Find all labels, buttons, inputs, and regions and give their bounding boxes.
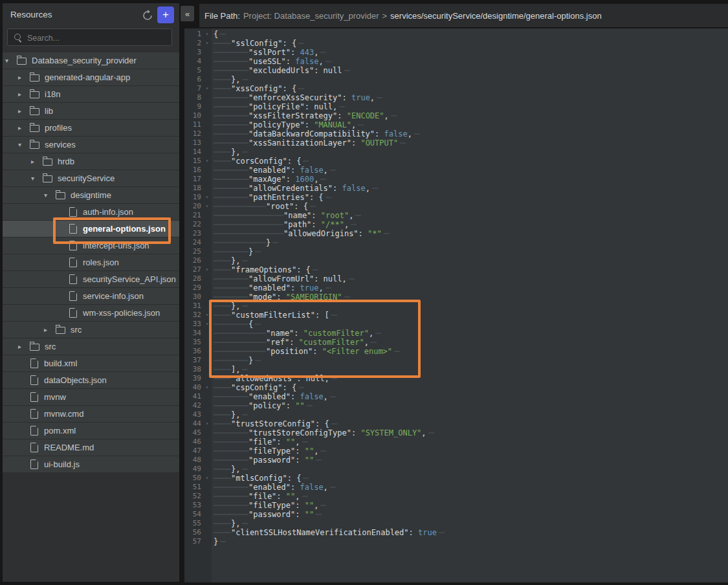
tree-item-dataobjects-json[interactable]: dataObjects.json [3,372,179,389]
line-end-marker [372,184,378,193]
line-number: 15 [184,157,203,166]
line-end-marker [320,447,326,456]
fold-spacer [203,392,212,401]
tree-item-securityservice[interactable]: ▾securityService [3,170,179,187]
indent-guide [214,410,231,419]
folder-icon [30,142,39,149]
fold-arrow-icon[interactable]: ▾ [203,202,212,211]
chevron-down-icon[interactable]: ▾ [18,141,30,148]
tree-item-hrdb[interactable]: ▸hrdb [3,153,179,170]
tree-item-wm-xss-policies-json[interactable]: wm-xss-policies.json [3,305,179,322]
line-end-marker [344,66,350,75]
tree-item-services[interactable]: ▾services [3,137,179,153]
tree-item-generated-angular-app[interactable]: ▸generated-angular-app [3,69,179,86]
indent-guide [214,202,266,211]
indent-guide [214,157,231,166]
indent-guide [214,166,248,175]
line-end-marker [344,292,350,302]
chevron-right-icon[interactable]: ▸ [18,124,30,131]
indent-guide [214,465,231,474]
fold-spacer [203,175,212,184]
fold-spacer [203,66,212,75]
chevron-down-icon[interactable]: ▾ [5,57,17,64]
fold-arrow-icon[interactable]: ▾ [203,320,212,329]
chevron-right-icon[interactable]: ▸ [31,158,43,165]
refresh-button[interactable] [141,9,154,22]
chevron-right-icon[interactable]: ▸ [44,326,56,333]
chevron-right-icon[interactable]: ▸ [18,74,30,81]
fold-arrow-icon[interactable]: ▾ [203,30,212,39]
tree-item-lib[interactable]: ▸lib [3,103,179,120]
tree-item-auth-info-json[interactable]: auth-info.json [3,204,179,221]
add-button[interactable]: + [157,6,174,23]
tree-item-ui-build-js[interactable]: ui-build.js [3,456,179,473]
line-end-marker [272,238,278,247]
tree-item-readme-md[interactable]: README.md [3,439,179,456]
line-number: 43 [184,410,203,419]
tree-item-i18n[interactable]: ▸i18n [3,86,179,103]
code-editor[interactable]: 1▾{2▾"sslConfig": {3"sslPort": 443,4"use… [184,30,728,546]
fold-spacer [203,148,212,157]
indent-guide [214,356,248,365]
code-line: 50▾"mtlsConfig": { [184,474,728,483]
code-line: 51"enabled": false, [184,483,728,492]
tree-item-src[interactable]: ▸src [3,338,179,355]
code-line: 18"allowCredentials": false, [184,184,728,193]
tree-item-securityservice-api-json[interactable]: securityService_API.json [3,271,179,288]
search-input[interactable] [26,30,170,46]
folder-icon [30,74,39,82]
fold-arrow-icon[interactable]: ▾ [203,157,212,166]
line-end-marker [325,57,331,66]
fold-arrow-icon[interactable]: ▾ [203,193,212,202]
fold-arrow-icon[interactable]: ▾ [203,265,212,274]
tree-item-general-options-json[interactable]: general-options.json [3,221,179,237]
chevron-right-icon[interactable]: ▸ [18,343,30,350]
indent-guide [214,292,248,302]
tree-item-mvnw[interactable]: mvnw [3,389,179,406]
code-line: 31}, [184,302,728,311]
indent-guide [214,383,231,392]
file-icon [69,308,77,318]
chevron-down-icon[interactable]: ▾ [31,175,43,182]
file-icon [69,241,77,250]
folder-icon [30,108,39,115]
code-line: 29"enabled": true, [184,283,728,292]
chevron-right-icon[interactable]: ▸ [18,107,30,115]
indent-guide [214,39,231,48]
tree-item-intercept-urls-json[interactable]: intercept-urls.json [3,237,179,254]
tree-item-mvnw-cmd[interactable]: mvnw.cmd [3,406,179,423]
line-number: 31 [184,302,203,311]
tree-item-pom-xml[interactable]: pom.xml [3,423,179,439]
fold-arrow-icon[interactable]: ▾ [203,84,212,93]
tree-item-label: mvnw.cmd [44,409,83,419]
line-number: 57 [184,537,203,546]
tree-item-roles-json[interactable]: roles.json [3,254,179,271]
fold-arrow-icon[interactable]: ▾ [203,311,212,320]
code-line: 17"maxAge": 1600, [184,175,728,184]
line-number: 10 [184,111,203,120]
fold-arrow-icon[interactable]: ▾ [203,419,212,428]
code-line: 28"allowFromUrl": null, [184,274,728,283]
indent-guide [214,320,248,329]
tree-item-build-xml[interactable]: build.xml [3,355,179,372]
tree-item-profiles[interactable]: ▸profiles [3,120,179,137]
folder-icon [30,91,39,98]
code-line: 27▾"frameOptions": { [184,265,728,274]
code-line: 37} [184,356,728,365]
indent-guide [214,302,231,311]
tree-item-database-security-provider[interactable]: ▾Database_security_provider [3,52,179,69]
fold-spacer [203,247,212,256]
collapse-panel-button[interactable]: « [181,6,194,21]
fold-arrow-icon[interactable]: ▾ [203,474,212,483]
fold-spacer [203,256,212,265]
tree-item-designtime[interactable]: ▾designtime [3,187,179,204]
chevron-down-icon[interactable]: ▾ [44,192,56,199]
chevron-right-icon[interactable]: ▸ [18,91,30,98]
line-end-marker [220,30,226,39]
file-icon [69,274,77,284]
fold-arrow-icon[interactable]: ▾ [203,39,212,48]
indent-guide [214,437,248,447]
fold-arrow-icon[interactable]: ▾ [203,383,212,392]
tree-item-src[interactable]: ▸src [3,322,179,338]
tree-item-service-info-json[interactable]: service-info.json [3,288,179,305]
